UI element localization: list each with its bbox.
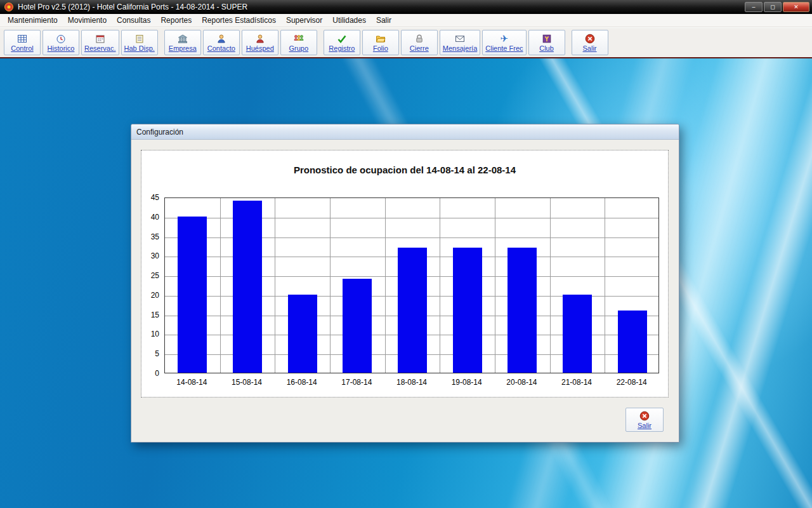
window-controls: –◻✕ xyxy=(745,2,809,12)
control-grid-icon xyxy=(17,33,27,44)
app-icon xyxy=(4,2,14,12)
toolbar-button-salir[interactable]: Salir xyxy=(572,30,608,55)
toolbar-group: ControlHistoricoReservac.Hab Disp. xyxy=(4,30,158,55)
rooms-available-notepad-icon xyxy=(134,33,145,44)
x-axis-tick-label: 19-08-14 xyxy=(440,378,494,387)
chart-panel: Pronostico de ocupacion del 14-08-14 al … xyxy=(141,150,669,398)
chart-bar xyxy=(453,248,482,373)
x-axis-tick-label: 21-08-14 xyxy=(549,378,604,387)
toolbar-button-label: Control xyxy=(11,44,33,52)
toolbar-button-registro[interactable]: Registro xyxy=(324,30,360,55)
toolbar-button-label: Hab Disp. xyxy=(124,44,155,52)
toolbar-button-folio[interactable]: Folio xyxy=(362,30,399,55)
group-people-icon xyxy=(294,33,304,44)
toolbar-group: RegistroFolioCierreMensajería✈Cliente Fr… xyxy=(324,30,565,55)
menu-item-utilidades[interactable]: Utilidades xyxy=(327,14,371,27)
vertical-gridline xyxy=(220,198,221,373)
vertical-gridline xyxy=(275,198,275,373)
menu-item-movimiento[interactable]: Movimiento xyxy=(63,14,112,27)
vertical-gridline xyxy=(550,198,551,373)
dialog-body: Pronostico de ocupacion del 14-08-14 al … xyxy=(131,140,679,442)
menu-item-salir[interactable]: Salir xyxy=(371,14,396,27)
reservation-calendar-icon xyxy=(95,33,105,44)
toolbar: ControlHistoricoReservac.Hab Disp.Empres… xyxy=(0,27,812,58)
toolbar-button-grupo[interactable]: Grupo xyxy=(280,30,317,55)
toolbar-button-label: Registro xyxy=(329,44,355,52)
y-axis-tick-label: 20 xyxy=(141,291,159,300)
chart-bar xyxy=(233,201,262,373)
x-axis-tick-label: 16-08-14 xyxy=(275,378,329,387)
toolbar-button-label: Empresa xyxy=(169,44,197,52)
menu-item-supervisor[interactable]: Supervisor xyxy=(281,14,327,27)
toolbar-button-label: Salir xyxy=(583,44,597,52)
toolbar-button-label: Cierre xyxy=(410,44,429,52)
toolbar-button-control[interactable]: Control xyxy=(4,30,41,55)
toolbar-button-cliente-frec[interactable]: ✈Cliente Frec xyxy=(482,30,526,55)
chart-bar xyxy=(343,279,372,373)
menu-item-reportes[interactable]: Reportes xyxy=(155,14,197,27)
chart-title: Pronostico de ocupacion del 14-08-14 al … xyxy=(141,164,668,175)
y-axis-tick-label: 0 xyxy=(141,369,159,378)
vertical-gridline xyxy=(495,198,495,373)
menu-item-mantenimiento[interactable]: Mantenimiento xyxy=(3,14,63,27)
y-axis-tick-label: 5 xyxy=(141,349,159,358)
x-axis-tick-label: 18-08-14 xyxy=(384,378,439,387)
toolbar-button-label: Reservac. xyxy=(84,44,116,52)
y-axis-tick-label: 15 xyxy=(141,311,159,319)
toolbar-button-label: Mensajería xyxy=(443,44,477,52)
close-button[interactable]: ✕ xyxy=(783,2,809,12)
chart-bar xyxy=(508,248,537,373)
x-axis-tick-label: 17-08-14 xyxy=(329,378,384,387)
folio-folder-icon xyxy=(376,33,386,44)
frequent-client-airplane-icon: ✈ xyxy=(501,33,509,44)
toolbar-button-label: Cliente Frec xyxy=(485,44,523,52)
toolbar-button-mensajeria[interactable]: Mensajería xyxy=(440,30,480,55)
x-axis-tick-label: 22-08-14 xyxy=(605,378,659,387)
y-axis-tick-label: 30 xyxy=(141,251,159,260)
chart-bar xyxy=(618,311,647,373)
chart-bar xyxy=(178,217,207,373)
y-axis-tick-label: 45 xyxy=(141,193,159,202)
toolbar-button-label: Grupo xyxy=(289,44,309,52)
desktop-background: Configuración Pronostico de ocupacion de… xyxy=(0,58,812,508)
y-axis-tick-label: 10 xyxy=(141,330,159,338)
toolbar-button-label: Contacto xyxy=(207,44,235,52)
history-clock-icon xyxy=(56,33,66,44)
toolbar-group: EmpresaContactoHuéspedGrupo xyxy=(164,30,317,55)
minimize-button[interactable]: – xyxy=(745,2,763,12)
vertical-gridline xyxy=(385,198,386,373)
y-axis-tick-label: 25 xyxy=(141,271,159,280)
toolbar-button-huesped[interactable]: Huésped xyxy=(242,30,278,55)
toolbar-button-label: Club xyxy=(539,44,554,52)
vertical-gridline xyxy=(605,198,605,373)
chart-bar xyxy=(563,295,592,373)
menu-item-consultas[interactable]: Consultas xyxy=(112,14,155,27)
menu-item-reportes-estadisticos[interactable]: Reportes Estadísticos xyxy=(197,14,281,27)
toolbar-button-hab-disp[interactable]: Hab Disp. xyxy=(121,30,158,55)
x-axis-tick-label: 20-08-14 xyxy=(494,378,549,387)
exit-icon xyxy=(585,33,595,44)
toolbar-button-contacto[interactable]: Contacto xyxy=(203,30,240,55)
toolbar-button-empresa[interactable]: Empresa xyxy=(164,30,201,55)
dialog-titlebar[interactable]: Configuración xyxy=(131,124,679,140)
x-axis-tick-label: 15-08-14 xyxy=(219,378,274,387)
exit-icon xyxy=(639,410,650,421)
contact-person-icon xyxy=(216,33,226,44)
toolbar-button-reservac[interactable]: Reservac. xyxy=(81,30,119,55)
toolbar-button-historico[interactable]: Historico xyxy=(43,30,79,55)
toolbar-button-club[interactable]: Club xyxy=(528,30,565,55)
toolbar-button-label: Folio xyxy=(373,44,388,52)
dialog-title: Configuración xyxy=(136,128,183,137)
chart-bar xyxy=(288,295,317,373)
titlebar: Hotel Pro v2.5 (2012) - Hotel California… xyxy=(0,0,812,14)
vertical-gridline xyxy=(330,198,331,373)
dialog-exit-button[interactable]: Salir xyxy=(625,408,664,432)
toolbar-button-label: Huésped xyxy=(246,44,274,52)
maximize-button[interactable]: ◻ xyxy=(764,2,782,12)
messaging-envelope-icon xyxy=(455,33,465,44)
register-check-icon xyxy=(337,33,347,44)
guest-person-icon xyxy=(255,33,265,44)
toolbar-button-cierre[interactable]: Cierre xyxy=(401,30,438,55)
menubar: MantenimientoMovimientoConsultasReportes… xyxy=(0,14,812,27)
chart-bar xyxy=(398,248,427,373)
